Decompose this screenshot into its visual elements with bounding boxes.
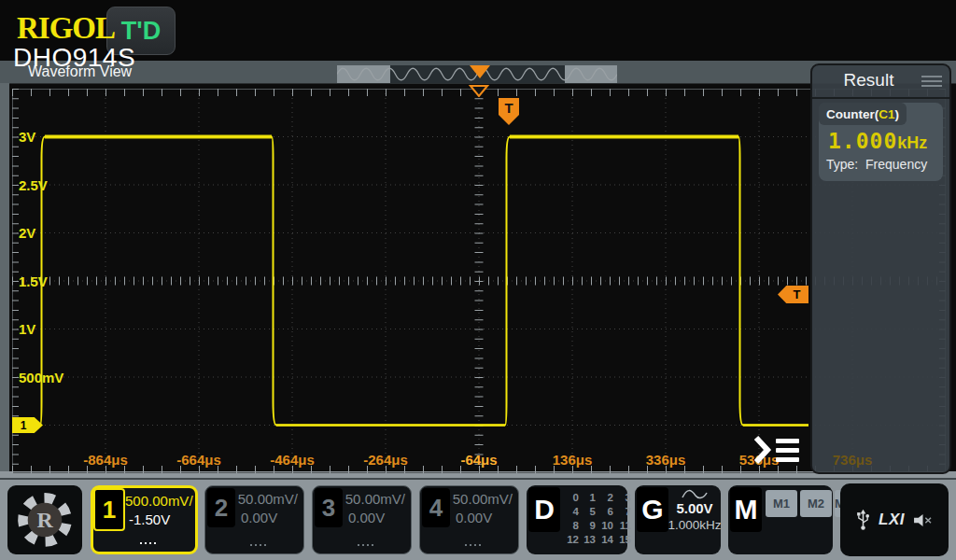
result-panel-title: Result xyxy=(812,70,925,91)
channel1-scale: 500.00mV/ xyxy=(125,493,190,509)
time-label: -664μs xyxy=(157,452,241,468)
overview-position-pointer-icon[interactable] xyxy=(470,65,490,78)
channel2-offset: 0.00V xyxy=(241,510,277,525)
channel3-button[interactable]: 3 50.00mV/ 0.00V xyxy=(312,485,412,554)
channel4-offset: 0.00V xyxy=(456,510,492,525)
voltage-label: 1.5V xyxy=(19,273,48,289)
channel4-button[interactable]: 4 50.00mV/ 0.00V xyxy=(419,485,519,554)
channel2-button[interactable]: 2 50.00mV/ 0.00V xyxy=(204,485,304,554)
time-label: -864μs xyxy=(63,452,148,468)
channel1-button[interactable]: 1 500.00mV/ -1.50V xyxy=(91,485,198,554)
time-label: 736μs xyxy=(810,452,894,468)
usb-icon xyxy=(856,509,870,531)
time-label: -264μs xyxy=(344,452,428,468)
channel2-number: 2 xyxy=(207,488,235,527)
result-panel-header[interactable]: Result xyxy=(812,65,949,99)
rigol-gear-icon: R xyxy=(14,489,76,551)
system-menu-button[interactable]: R xyxy=(7,485,82,554)
rigol-logo: RIGOL xyxy=(17,11,115,46)
channel1-offset: -1.50V xyxy=(129,511,170,527)
voltage-label: 1V xyxy=(19,321,35,337)
math1-button[interactable]: M1 xyxy=(766,490,797,517)
bottom-toolbar: R 1 500.00mV/ -1.50V 2 50.00mV/ 0.00V 3 … xyxy=(0,478,956,560)
time-label: 136μs xyxy=(530,452,614,468)
voltage-label: 500mV xyxy=(19,370,63,385)
channel3-scale: 50.00mV/ xyxy=(344,491,405,507)
dc-coupling-icon xyxy=(249,541,266,546)
channel2-scale: 50.00mV/ xyxy=(237,491,298,507)
svg-text:R: R xyxy=(36,508,53,532)
time-label-center: -64μs xyxy=(437,452,521,468)
hamburger-menu-icon[interactable] xyxy=(921,76,942,87)
voltage-label: 3V xyxy=(19,129,35,145)
counter-value: 1.000kHz xyxy=(819,125,943,155)
connectivity-status-area[interactable]: LXI xyxy=(840,483,949,556)
result-panel: Result Counter(C1) 1.000kHz Type: Freque… xyxy=(810,63,951,474)
voltage-label: 2.5V xyxy=(19,177,48,193)
generator-button[interactable]: G 5.00V 1.000kHz xyxy=(635,485,721,554)
counter-type: Type: Frequency xyxy=(819,155,943,174)
generator-label: G xyxy=(637,487,668,532)
time-label: 336μs xyxy=(624,452,708,468)
channel3-offset: 0.00V xyxy=(348,510,385,525)
model-name: DHO914S xyxy=(13,43,135,73)
math-button[interactable]: M M1 M2 M3 M4 xyxy=(728,485,833,554)
digital-channel-grid: 01 23 45 67 89 1011 1213 1415 xyxy=(565,492,631,548)
waveform-frame-left xyxy=(0,83,9,471)
voltage-label: 2V xyxy=(19,225,35,241)
digital-label: D xyxy=(528,487,560,532)
digital-bus-button[interactable]: D 01 23 45 67 89 1011 1213 1415 xyxy=(527,485,627,554)
math2-button[interactable]: M2 xyxy=(800,490,832,517)
waveform-menu-button[interactable] xyxy=(752,431,805,469)
channel4-scale: 50.00mV/ xyxy=(452,491,513,507)
expand-chevron-icon xyxy=(752,433,773,467)
oscilloscope-screen: RIGOL DHO914S T'D 200.00μs/ H 312.50MSa/… xyxy=(0,0,956,560)
counter-result-card[interactable]: Counter(C1) 1.000kHz Type: Frequency xyxy=(819,103,943,181)
graticule-and-trace xyxy=(12,89,946,473)
delay-position-icon[interactable] xyxy=(469,85,489,97)
lxi-status: LXI xyxy=(879,511,905,529)
menu-lines-icon xyxy=(776,439,799,462)
generator-voltage: 5.00V xyxy=(676,500,712,516)
counter-source-label: Counter(C1) xyxy=(819,103,907,125)
dc-coupling-icon xyxy=(357,541,373,546)
channel1-number: 1 xyxy=(93,488,125,531)
sine-wave-icon xyxy=(681,488,709,501)
dc-coupling-icon xyxy=(139,539,156,544)
generator-frequency: 1.000kHz xyxy=(668,518,721,532)
channel4-number: 4 xyxy=(422,488,450,527)
math-label: M xyxy=(730,487,762,532)
dc-coupling-icon xyxy=(464,541,481,546)
speaker-muted-icon xyxy=(913,512,933,528)
time-label: -464μs xyxy=(250,452,334,468)
channel3-number: 3 xyxy=(315,488,343,527)
